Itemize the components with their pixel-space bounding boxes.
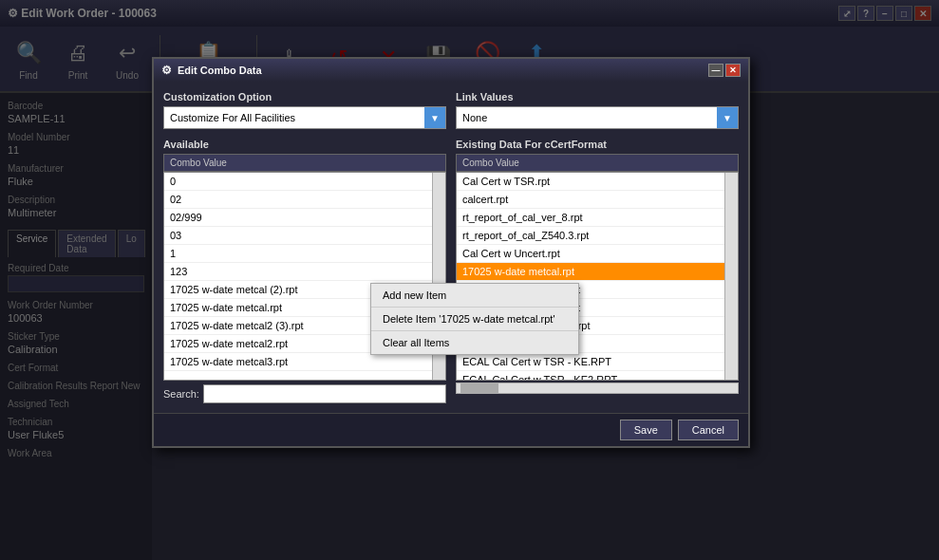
existing-panel-title: Existing Data For cCertFormat [456,139,739,150]
context-menu: Add new Item Delete Item '17025 w-date m… [370,283,579,355]
context-menu-add[interactable]: Add new Item [371,284,578,308]
customization-option-arrow[interactable]: ▼ [424,107,445,128]
dialog-cancel-button[interactable]: Cancel [678,420,739,440]
existing-item-3[interactable]: rt_report_of_cal_Z540.3.rpt [457,227,724,245]
existing-scrollbar[interactable] [724,173,738,380]
existing-hscrollbar[interactable] [456,383,739,394]
edit-combo-dialog: ⚙ Edit Combo Data — ✕ Customization Opti… [152,57,750,448]
available-panel-title: Available [163,139,446,150]
available-item-5[interactable]: 123 [164,263,432,281]
search-label: Search: [163,388,199,400]
existing-panel-header: Combo Value [456,154,739,172]
available-panel: Available Combo Value 0 02 02/999 03 1 1… [163,139,446,403]
search-input[interactable] [203,384,446,403]
existing-item-2[interactable]: rt_report_of_cal_ver_8.rpt [457,209,724,227]
customization-option-select[interactable]: Customize For All Facilities ▼ [163,106,446,129]
available-item-2[interactable]: 02/999 [164,209,432,227]
dialog-close-button[interactable]: ✕ [725,64,741,77]
available-item-0[interactable]: 0 [164,173,432,191]
lists-area: Available Combo Value 0 02 02/999 03 1 1… [163,139,739,403]
customization-option-group: Customization Option Customize For All F… [163,91,446,129]
dialog-body: Customization Option Customize For All F… [154,82,748,413]
context-menu-delete[interactable]: Delete Item '17025 w-date metcal.rpt' [371,308,578,331]
link-values-group: Link Values None ▼ [456,91,739,129]
available-item-4[interactable]: 1 [164,245,432,263]
link-values-select[interactable]: None ▼ [456,106,739,129]
existing-item-5[interactable]: 17025 w-date metcal.rpt [457,263,724,281]
available-item-3[interactable]: 03 [164,227,432,245]
existing-item-4[interactable]: Cal Cert w Uncert.rpt [457,245,724,263]
dialog-title: Edit Combo Data [178,65,262,76]
customization-option-label: Customization Option [163,91,446,103]
link-values-label: Link Values [456,91,739,103]
existing-item-1[interactable]: calcert.rpt [457,191,724,209]
existing-item-10[interactable]: ECAL Cal Cert w TSR - KE.RPT [457,353,724,371]
link-values-value: None [462,112,487,123]
existing-item-11[interactable]: ECAL Cal Cert w TSR - KE2.RPT [457,371,724,381]
search-row: Search: [163,384,446,403]
link-values-arrow[interactable]: ▼ [717,107,738,128]
existing-panel: Existing Data For cCertFormat Combo Valu… [456,139,739,403]
dialog-title-bar: ⚙ Edit Combo Data — ✕ [154,59,748,82]
dialog-save-button[interactable]: Save [620,420,672,440]
customization-option-value: Customize For All Facilities [170,112,295,123]
available-item-1[interactable]: 02 [164,191,432,209]
options-row: Customization Option Customize For All F… [163,91,739,129]
context-menu-clear[interactable]: Clear all Items [371,331,578,354]
available-item-10[interactable]: 17025 w-date metcal3.rpt [164,353,432,371]
available-panel-header: Combo Value [163,154,446,172]
existing-item-0[interactable]: Cal Cert w TSR.rpt [457,173,724,191]
dialog-minimize-button[interactable]: — [708,64,723,77]
dialog-footer: Save Cancel [154,413,748,446]
dialog-title-icon: ⚙ [161,64,172,77]
